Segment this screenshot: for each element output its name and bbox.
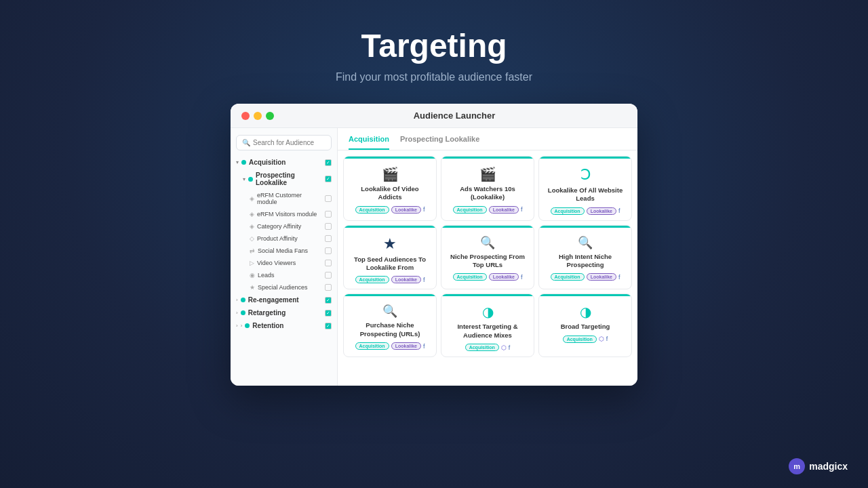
- page-title: Targeting: [361, 27, 507, 64]
- sidebar-item-retargeting[interactable]: › Retargeting ✓: [231, 306, 337, 319]
- icon-small: ▷: [250, 260, 254, 266]
- checkbox[interactable]: [325, 195, 332, 202]
- pie-icon: ◑: [580, 304, 591, 320]
- card-ads-watchers[interactable]: 🎬 Ads Watchers 10s (Lookalike) Acquisiti…: [441, 156, 534, 221]
- checkbox[interactable]: [325, 235, 332, 242]
- chevron-icon-2: ›: [241, 323, 243, 329]
- sidebar-label: Video Viewers: [257, 260, 296, 266]
- tag-acquisition: Acquisition: [551, 207, 585, 215]
- indicator: [245, 323, 250, 328]
- checkbox[interactable]: ✓: [325, 310, 332, 317]
- icon-small: ◉: [250, 272, 255, 279]
- facebook-icon: f: [509, 344, 511, 351]
- card-tags: Acquisition Lookalike f: [355, 206, 425, 214]
- facebook-icon: f: [606, 336, 608, 342]
- sidebar-label: Category Affinity: [257, 223, 301, 230]
- checkbox[interactable]: [325, 211, 332, 218]
- tag-acquisition: Acquisition: [465, 344, 499, 351]
- card-tags: Acquisition Lookalike f: [355, 342, 425, 350]
- sidebar-item-prospecting-lookalike[interactable]: ▾ Prospecting Lookalike ✓: [231, 169, 337, 189]
- card-top-seed[interactable]: ★ Top Seed Audiences To Lookalike From A…: [343, 225, 437, 290]
- sidebar-label: Acquisition: [249, 159, 285, 166]
- sidebar-item-special-audiences[interactable]: ★ Special Audiences: [231, 281, 337, 293]
- icon-small: ◈: [250, 211, 254, 218]
- card-tags: Acquisition ⬡ f: [563, 336, 608, 343]
- card-title: Broad Targeting: [561, 323, 610, 331]
- chevron-icon: ▾: [243, 176, 245, 182]
- sidebar-label: Retention: [252, 322, 283, 329]
- sidebar-item-erfm-customer[interactable]: ◈ eRFM Customer module: [231, 189, 337, 208]
- sidebar-item-social-media-fans[interactable]: ⇄ Social Media Fans: [231, 245, 337, 257]
- tag-lookalike: Lookalike: [587, 273, 616, 281]
- sidebar-item-product-affinity[interactable]: ◇ Product Affinity: [231, 232, 337, 245]
- app-window: Audience Launcher 🔍 ▾ Acquisition ✓ ▾: [231, 104, 637, 386]
- tab-acquisition[interactable]: Acquisition: [349, 135, 389, 150]
- tag-acquisition: Acquisition: [453, 206, 487, 214]
- checkbox[interactable]: [325, 260, 332, 266]
- checkbox[interactable]: ✓: [325, 159, 332, 166]
- maximize-button[interactable]: [266, 112, 274, 120]
- icon-small: ◈: [250, 195, 254, 202]
- checkbox[interactable]: ✓: [325, 297, 332, 304]
- madgicx-brand-name: madgicx: [809, 461, 848, 472]
- tag-lookalike: Lookalike: [391, 206, 421, 214]
- checkbox[interactable]: ✓: [325, 176, 332, 182]
- card-title: Niche Prospecting From Top URLs: [447, 253, 528, 270]
- checkbox[interactable]: [325, 247, 332, 254]
- sidebar-item-retention[interactable]: › › Retention ✓: [231, 319, 337, 332]
- tag-lookalike: Lookalike: [391, 342, 421, 350]
- card-title: Top Seed Audiences To Lookalike From: [349, 256, 431, 272]
- window-controls: [241, 112, 274, 120]
- search-icon: 🔍: [382, 304, 397, 319]
- sidebar-label: Retargeting: [248, 309, 286, 317]
- card-tags: Acquisition ⬡ f: [465, 344, 511, 351]
- card-title: Ads Watchers 10s (Lookalike): [447, 185, 528, 202]
- search-bar[interactable]: 🔍: [236, 135, 332, 150]
- sidebar-label: Leads: [258, 272, 275, 279]
- sidebar-item-video-viewers[interactable]: ▷ Video Viewers: [231, 257, 337, 269]
- chevron-icon: ›: [236, 297, 238, 303]
- sidebar-label: Social Media Fans: [258, 247, 308, 254]
- card-tags: Acquisition Lookalike f: [453, 273, 523, 281]
- minimize-button[interactable]: [254, 112, 262, 120]
- sidebar-item-re-engagement[interactable]: › Re-engagement ✓: [231, 293, 337, 306]
- card-title: Purchase Niche Prospecting (URLs): [349, 321, 431, 338]
- madgicx-icon: ⬡: [501, 344, 507, 351]
- video-icon: 🎬: [382, 166, 399, 182]
- sidebar-label: Re-engagement: [248, 296, 299, 304]
- checkbox[interactable]: ✓: [325, 323, 332, 329]
- page-content: Targeting Find your most profitable audi…: [0, 0, 868, 386]
- card-lookalike-all[interactable]: Ↄ Lookalike Of All Website Leads Acquisi…: [538, 156, 632, 221]
- icon-small: ★: [250, 284, 255, 291]
- madgicx-icon: ⬡: [599, 336, 604, 342]
- madgicx-brand-icon: m: [789, 458, 805, 474]
- tab-prospecting[interactable]: Prospecting Lookalike: [400, 135, 479, 150]
- sidebar-item-erfm-visitors[interactable]: ◈ eRFM Visitors module: [231, 208, 337, 220]
- card-title: Lookalike Of All Website Leads: [545, 186, 626, 203]
- c-icon: Ↄ: [580, 166, 591, 184]
- star-icon: ★: [383, 235, 397, 253]
- pie-icon: ◑: [482, 304, 494, 320]
- tag-acquisition: Acquisition: [355, 342, 389, 350]
- card-interest-targeting[interactable]: ◑ Interest Targeting & Audience Mixes Ac…: [441, 293, 534, 357]
- card-high-intent[interactable]: 🔍 High Intent Niche Prospecting Acquisit…: [538, 225, 632, 290]
- checkbox[interactable]: [325, 272, 332, 279]
- sidebar-item-acquisition[interactable]: ▾ Acquisition ✓: [231, 156, 337, 169]
- main-content: Acquisition Prospecting Lookalike 🎬 Look…: [338, 128, 637, 386]
- card-purchase-niche[interactable]: 🔍 Purchase Niche Prospecting (URLs) Acqu…: [343, 293, 437, 357]
- tag-lookalike: Lookalike: [391, 276, 421, 283]
- sidebar-item-category-affinity[interactable]: ◈ Category Affinity: [231, 220, 337, 232]
- indicator: [241, 310, 245, 315]
- sidebar-label: Special Audiences: [258, 284, 308, 291]
- checkbox[interactable]: [325, 284, 332, 291]
- tabs-bar: Acquisition Prospecting Lookalike: [338, 128, 637, 150]
- search-input[interactable]: [253, 139, 326, 146]
- indicator: [241, 298, 245, 302]
- checkbox[interactable]: [325, 223, 332, 230]
- sidebar-item-leads[interactable]: ◉ Leads: [231, 269, 337, 281]
- card-broad-targeting[interactable]: ◑ Broad Targeting Acquisition ⬡ f: [538, 293, 632, 357]
- card-niche-urls[interactable]: 🔍 Niche Prospecting From Top URLs Acquis…: [441, 225, 534, 290]
- tag-acquisition: Acquisition: [563, 336, 597, 343]
- card-lookalike-video[interactable]: 🎬 Lookalike Of Video Addicts Acquisition…: [343, 156, 437, 221]
- close-button[interactable]: [241, 112, 250, 120]
